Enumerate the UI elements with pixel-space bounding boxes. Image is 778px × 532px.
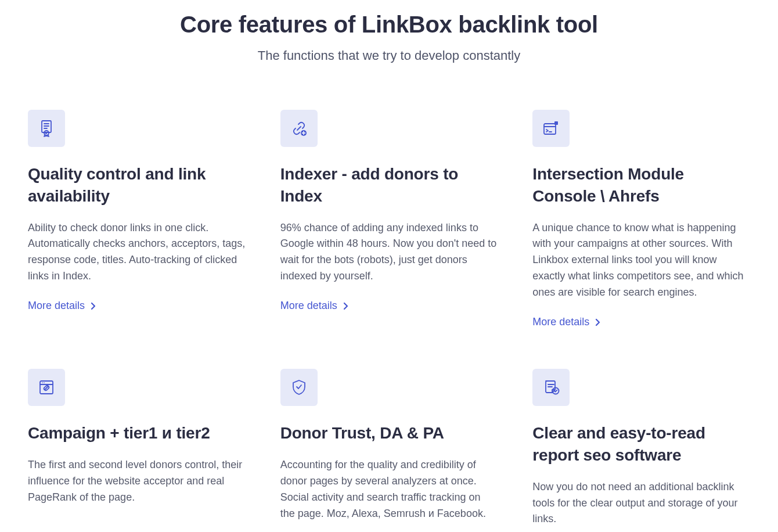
features-grid: Quality control and link availability Ab… [28,110,750,532]
feature-description: Accounting for the quality and credibili… [280,457,498,522]
more-details-link[interactable]: More details [532,316,750,328]
more-details-label: More details [532,316,589,328]
link-plus-icon [280,110,318,147]
feature-description: A unique chance to know what is happenin… [532,220,750,301]
feature-title: Campaign + tier1 и tier2 [28,422,246,444]
console-window-icon [532,110,570,147]
feature-description: The first and second level donors contro… [28,457,246,506]
browser-link-icon [28,369,65,406]
feature-campaign-tiers: Campaign + tier1 и tier2 The first and s… [28,369,246,532]
more-details-label: More details [28,300,85,312]
certificate-icon [28,110,65,147]
feature-report-software: Clear and easy-to-read report seo softwa… [532,369,750,532]
feature-donor-trust: Donor Trust, DA & PA Accounting for the … [280,369,498,532]
chevron-right-icon [343,302,348,310]
page-subtitle: The functions that we try to develop con… [28,48,750,63]
page-title: Core features of LinkBox backlink tool [28,12,750,38]
feature-title: Donor Trust, DA & PA [280,422,498,444]
feature-quality-control: Quality control and link availability Ab… [28,110,246,328]
feature-title: Clear and easy-to-read report seo softwa… [532,422,750,466]
feature-title: Intersection Module Console \ Ahrefs [532,163,750,207]
chevron-right-icon [595,318,600,326]
report-check-icon [532,369,570,406]
feature-title: Indexer - add donors to Index [280,163,498,207]
more-details-label: More details [280,300,337,312]
feature-description: Now you do not need an additional backli… [532,479,750,528]
feature-title: Quality control and link availability [28,163,246,207]
feature-description: Ability to check donor links in one clic… [28,220,246,285]
svg-point-7 [44,382,45,383]
more-details-link[interactable]: More details [28,300,246,312]
more-details-link[interactable]: More details [280,300,498,312]
feature-indexer: Indexer - add donors to Index 96% chance… [280,110,498,328]
page-header: Core features of LinkBox backlink tool T… [28,12,750,63]
svg-rect-4 [554,121,558,125]
shield-check-icon [280,369,318,406]
svg-point-6 [42,382,43,383]
feature-intersection-module: Intersection Module Console \ Ahrefs A u… [532,110,750,328]
chevron-right-icon [91,302,96,310]
feature-description: 96% chance of adding any indexed links t… [280,220,498,285]
svg-rect-3 [544,124,556,134]
